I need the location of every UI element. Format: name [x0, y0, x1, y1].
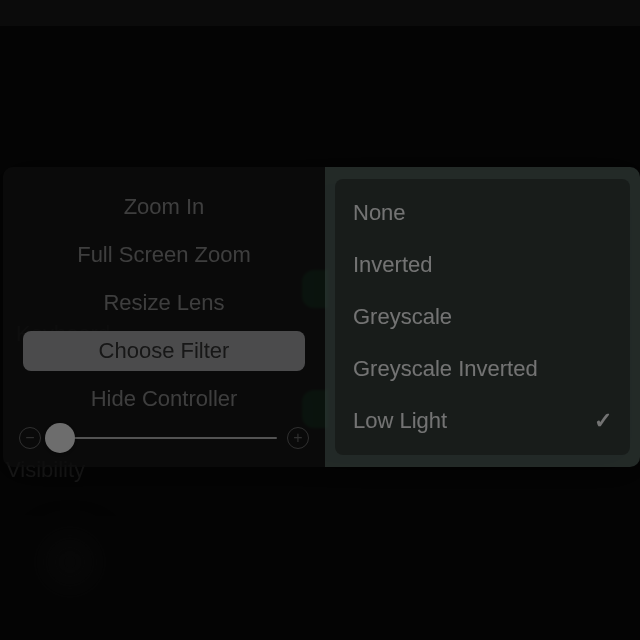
filter-option-label: Low Light — [353, 408, 447, 434]
zoom-level-slider-row: − + — [19, 427, 309, 449]
slider-thumb[interactable] — [45, 423, 75, 453]
menu-item-label: Resize Lens — [103, 290, 224, 316]
zoom-out-icon[interactable]: − — [19, 427, 41, 449]
menu-item-full-screen-zoom[interactable]: Full Screen Zoom — [3, 231, 325, 279]
menu-item-choose-filter[interactable]: Choose Filter — [23, 331, 305, 371]
menu-item-label: Full Screen Zoom — [77, 242, 251, 268]
zoom-level-slider[interactable] — [51, 437, 277, 439]
menu-item-hide-controller[interactable]: Hide Controller — [3, 375, 325, 423]
menu-item-label: Choose Filter — [99, 338, 230, 364]
filter-option-label: Greyscale Inverted — [353, 356, 538, 382]
filter-option-label: None — [353, 200, 406, 226]
checkmark-icon: ✓ — [594, 408, 612, 434]
filter-option-greyscale[interactable]: Greyscale — [335, 291, 630, 343]
menu-item-resize-lens[interactable]: Resize Lens — [3, 279, 325, 327]
filter-option-greyscale-inverted[interactable]: Greyscale Inverted — [335, 343, 630, 395]
menu-item-zoom-in[interactable]: Zoom In — [3, 183, 325, 231]
filter-option-label: Inverted — [353, 252, 433, 278]
menu-item-label: Zoom In — [124, 194, 205, 220]
zoom-controller-menu: Zoom In Full Screen Zoom Resize Lens Cho… — [3, 167, 325, 467]
filter-submenu: None Inverted Greyscale Greyscale Invert… — [325, 167, 640, 467]
filter-option-label: Greyscale — [353, 304, 452, 330]
zoom-popover: Zoom In Full Screen Zoom Resize Lens Cho… — [0, 167, 640, 467]
filter-list: None Inverted Greyscale Greyscale Invert… — [335, 179, 630, 455]
filter-option-low-light[interactable]: Low Light ✓ — [335, 395, 630, 447]
background-blur-blob — [40, 532, 100, 592]
filter-option-inverted[interactable]: Inverted — [335, 239, 630, 291]
menu-item-label: Hide Controller — [91, 386, 238, 412]
filter-option-none[interactable]: None — [335, 187, 630, 239]
zoom-in-icon[interactable]: + — [287, 427, 309, 449]
window-chrome-hint — [0, 0, 640, 26]
